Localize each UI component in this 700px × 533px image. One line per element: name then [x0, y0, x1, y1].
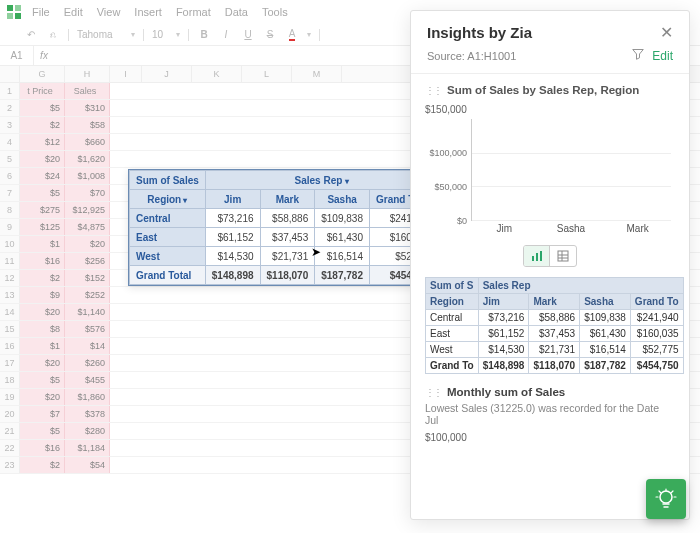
cell[interactable]: $152 [65, 270, 110, 286]
cell[interactable]: $260 [65, 355, 110, 371]
filter-icon[interactable] [632, 48, 644, 63]
row-number[interactable]: 21 [0, 423, 20, 439]
edit-button[interactable]: Edit [652, 49, 673, 63]
row-number[interactable]: 20 [0, 406, 20, 422]
menu-tools[interactable]: Tools [262, 6, 288, 18]
cell[interactable]: $2 [20, 270, 65, 286]
cell[interactable]: $8 [20, 321, 65, 337]
pivot-cell[interactable]: $61,152 [205, 228, 260, 247]
cell[interactable]: $1,184 [65, 440, 110, 456]
cell[interactable]: $1 [20, 338, 65, 354]
cell[interactable]: $20 [20, 151, 65, 167]
col-header-m[interactable]: M [292, 66, 342, 82]
pivot-row-field[interactable]: Region [130, 190, 206, 209]
cell[interactable]: $5 [20, 372, 65, 388]
col-header-k[interactable]: K [192, 66, 242, 82]
row-number[interactable]: 18 [0, 372, 20, 388]
cell[interactable]: $20 [20, 389, 65, 405]
row-number[interactable]: 4 [0, 134, 20, 150]
cell[interactable]: $12 [20, 134, 65, 150]
row-number[interactable]: 19 [0, 389, 20, 405]
pivot-cell[interactable]: $187,782 [315, 266, 370, 285]
cell-header[interactable]: Sales [65, 83, 110, 99]
pivot-cell[interactable]: $58,886 [260, 209, 315, 228]
cell[interactable]: $378 [65, 406, 110, 422]
cell[interactable]: $280 [65, 423, 110, 439]
cell[interactable]: $14 [65, 338, 110, 354]
row-number[interactable]: 15 [0, 321, 20, 337]
cell[interactable]: $455 [65, 372, 110, 388]
redo-icon[interactable]: ⎌ [46, 29, 60, 40]
menu-file[interactable]: File [32, 6, 50, 18]
cell[interactable]: $310 [65, 100, 110, 116]
row-number[interactable]: 6 [0, 168, 20, 184]
underline-icon[interactable]: U [241, 29, 255, 40]
row-number[interactable]: 11 [0, 253, 20, 269]
pivot-cell[interactable]: $61,430 [315, 228, 370, 247]
cell[interactable]: $9 [20, 287, 65, 303]
cell[interactable]: $20 [65, 236, 110, 252]
cell[interactable]: $252 [65, 287, 110, 303]
cell[interactable]: $5 [20, 100, 65, 116]
cell[interactable]: $20 [20, 355, 65, 371]
zia-assistant-button[interactable] [646, 479, 686, 519]
cell[interactable]: $275 [20, 202, 65, 218]
cell[interactable]: $16 [20, 253, 65, 269]
cell[interactable]: $1,008 [65, 168, 110, 184]
cell[interactable]: $576 [65, 321, 110, 337]
close-icon[interactable]: ✕ [660, 23, 673, 42]
cell[interactable]: $12,925 [65, 202, 110, 218]
row-number[interactable]: 17 [0, 355, 20, 371]
strikethrough-icon[interactable]: S [263, 29, 277, 40]
cell[interactable]: $20 [20, 304, 65, 320]
font-family-select[interactable]: Tahoma [77, 29, 123, 40]
table-view-button[interactable] [550, 246, 576, 266]
italic-icon[interactable]: I [219, 29, 233, 40]
pivot-table[interactable]: Sum of Sales Sales Rep Region Jim Mark S… [128, 169, 439, 286]
pivot-cell[interactable]: $118,070 [260, 266, 315, 285]
cell[interactable]: $5 [20, 423, 65, 439]
row-number[interactable]: 23 [0, 457, 20, 473]
row-number[interactable]: 12 [0, 270, 20, 286]
menu-view[interactable]: View [97, 6, 121, 18]
drag-handle-icon[interactable]: ⋮⋮ [425, 387, 441, 398]
col-header-j[interactable]: J [142, 66, 192, 82]
cell[interactable]: $1 [20, 236, 65, 252]
row-number[interactable]: 22 [0, 440, 20, 456]
cell[interactable]: $24 [20, 168, 65, 184]
row-number[interactable]: 2 [0, 100, 20, 116]
menu-insert[interactable]: Insert [134, 6, 162, 18]
pivot-cell[interactable]: $37,453 [260, 228, 315, 247]
cell[interactable]: $125 [20, 219, 65, 235]
cell[interactable]: $1,860 [65, 389, 110, 405]
row-number[interactable]: 10 [0, 236, 20, 252]
row-number[interactable]: 7 [0, 185, 20, 201]
bold-icon[interactable]: B [197, 29, 211, 40]
cell[interactable]: $7 [20, 406, 65, 422]
cell[interactable]: $54 [65, 457, 110, 473]
cell-reference[interactable]: A1 [0, 46, 34, 65]
row-number[interactable]: 16 [0, 338, 20, 354]
pivot-col-field[interactable]: Sales Rep [205, 171, 438, 190]
row-number[interactable]: 13 [0, 287, 20, 303]
pivot-cell[interactable]: $14,530 [205, 247, 260, 266]
fx-icon[interactable]: fx [34, 50, 54, 61]
pivot-cell[interactable]: $109,838 [315, 209, 370, 228]
menu-data[interactable]: Data [225, 6, 248, 18]
col-header-h[interactable]: H [65, 66, 110, 82]
font-size-select[interactable]: 10 [152, 29, 168, 40]
drag-handle-icon[interactable]: ⋮⋮ [425, 85, 441, 96]
col-header-i[interactable]: I [110, 66, 142, 82]
row-number[interactable]: 5 [0, 151, 20, 167]
cell[interactable]: $660 [65, 134, 110, 150]
cell[interactable]: $16 [20, 440, 65, 456]
pivot-cell[interactable]: $21,731 [260, 247, 315, 266]
cell[interactable]: $58 [65, 117, 110, 133]
chart-view-button[interactable] [524, 246, 550, 266]
cell[interactable]: $2 [20, 117, 65, 133]
pivot-cell[interactable]: $148,898 [205, 266, 260, 285]
cell[interactable]: $1,620 [65, 151, 110, 167]
row-number[interactable]: 8 [0, 202, 20, 218]
cell[interactable]: $1,140 [65, 304, 110, 320]
col-header-g[interactable]: G [20, 66, 65, 82]
